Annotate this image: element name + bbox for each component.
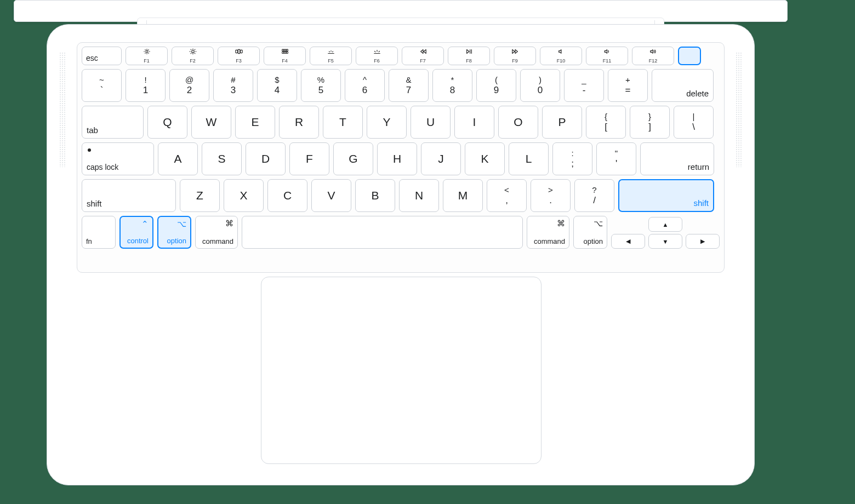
key-semicolon[interactable]: :; xyxy=(552,142,592,175)
svg-rect-7 xyxy=(286,49,288,51)
key-q[interactable]: Q xyxy=(147,106,187,139)
key-f1[interactable]: F1 xyxy=(126,47,168,65)
key-backtick[interactable]: ~` xyxy=(82,69,122,102)
key-g[interactable]: G xyxy=(333,142,373,175)
key-8[interactable]: *8 xyxy=(432,69,472,102)
key-o[interactable]: O xyxy=(498,106,538,139)
control-symbol-icon: ⌃ xyxy=(141,220,149,228)
key-f6[interactable]: F6 xyxy=(356,47,398,65)
key-u[interactable]: U xyxy=(411,106,451,139)
key-f2[interactable]: F2 xyxy=(172,47,214,65)
key-f9[interactable]: F9 xyxy=(494,47,536,65)
key-6[interactable]: ^6 xyxy=(345,69,385,102)
key-delete[interactable]: delete xyxy=(652,69,714,102)
key-arrow-down[interactable]: ▼ xyxy=(648,234,682,249)
key-arrow-left[interactable]: ◀ xyxy=(611,234,645,249)
laptop-diagram: esc F1 F2 F3 F4 xyxy=(47,0,754,493)
key-f7[interactable]: F7 xyxy=(402,47,444,65)
key-tab[interactable]: tab xyxy=(82,106,144,139)
key-space[interactable] xyxy=(242,216,523,249)
key-period[interactable]: >. xyxy=(531,179,571,212)
svg-rect-8 xyxy=(282,51,283,53)
key-i[interactable]: I xyxy=(454,106,494,139)
key-l[interactable]: L xyxy=(509,142,549,175)
row-bottom: fn ⌃control ⌥option ⌘command ⌘command ⌥o… xyxy=(82,216,720,249)
key-f8[interactable]: F8 xyxy=(448,47,490,65)
key-left-shift[interactable]: shift xyxy=(82,179,176,212)
key-n[interactable]: N xyxy=(399,179,439,212)
key-f[interactable]: F xyxy=(289,142,329,175)
key-x[interactable]: X xyxy=(224,179,264,212)
key-0[interactable]: )0 xyxy=(520,69,560,102)
command-symbol-icon: ⌘ xyxy=(557,219,565,227)
key-f11[interactable]: F11 xyxy=(586,47,628,65)
key-5[interactable]: %5 xyxy=(301,69,341,102)
key-right-bracket[interactable]: }] xyxy=(630,106,670,139)
key-f10[interactable]: F10 xyxy=(540,47,582,65)
forward-icon xyxy=(511,48,519,57)
svg-rect-2 xyxy=(235,50,237,53)
key-touch-id[interactable] xyxy=(678,47,701,65)
key-left-bracket[interactable]: {[ xyxy=(586,106,626,139)
key-right-command[interactable]: ⌘command xyxy=(527,216,569,249)
svg-rect-9 xyxy=(284,51,286,53)
key-minus[interactable]: _- xyxy=(564,69,604,102)
key-7[interactable]: &7 xyxy=(389,69,429,102)
key-comma[interactable]: <, xyxy=(487,179,527,212)
key-e[interactable]: E xyxy=(235,106,275,139)
keyboard: esc F1 F2 F3 F4 xyxy=(77,42,725,273)
key-arrow-right[interactable]: ▶ xyxy=(686,234,720,249)
f-label: F8 xyxy=(466,58,472,64)
caps-lock-indicator xyxy=(88,148,91,152)
key-arrow-up[interactable]: ▲ xyxy=(648,217,682,232)
speaker-grille-right xyxy=(736,52,742,167)
key-quote[interactable]: "' xyxy=(596,142,636,175)
brightness-up-icon xyxy=(189,48,197,57)
key-w[interactable]: W xyxy=(191,106,231,139)
key-right-option[interactable]: ⌥option xyxy=(573,216,607,249)
svg-point-1 xyxy=(191,50,194,53)
key-p[interactable]: P xyxy=(542,106,582,139)
key-1[interactable]: !1 xyxy=(126,69,166,102)
key-caps-lock[interactable]: caps lock xyxy=(82,142,154,175)
key-b[interactable]: B xyxy=(355,179,395,212)
key-f12[interactable]: F12 xyxy=(632,47,674,65)
key-escape[interactable]: esc xyxy=(82,47,122,65)
key-slash[interactable]: ?/ xyxy=(574,179,614,212)
key-h[interactable]: H xyxy=(377,142,417,175)
key-v[interactable]: V xyxy=(311,179,351,212)
launchpad-icon xyxy=(281,48,289,57)
key-r[interactable]: R xyxy=(279,106,319,139)
key-left-control[interactable]: ⌃control xyxy=(119,216,153,249)
key-2[interactable]: @2 xyxy=(169,69,209,102)
key-c[interactable]: C xyxy=(267,179,307,212)
kbd-brightness-down-icon xyxy=(327,48,335,57)
key-9[interactable]: (9 xyxy=(476,69,516,102)
key-4[interactable]: $4 xyxy=(257,69,297,102)
key-k[interactable]: K xyxy=(465,142,505,175)
key-3[interactable]: #3 xyxy=(213,69,253,102)
key-s[interactable]: S xyxy=(202,142,242,175)
key-y[interactable]: Y xyxy=(367,106,407,139)
key-f5[interactable]: F5 xyxy=(310,47,352,65)
key-m[interactable]: M xyxy=(443,179,483,212)
key-j[interactable]: J xyxy=(421,142,461,175)
key-right-shift[interactable]: shift xyxy=(618,179,714,212)
trackpad[interactable] xyxy=(261,277,542,464)
option-symbol-icon: ⌥ xyxy=(594,219,603,227)
key-d[interactable]: D xyxy=(246,142,286,175)
key-equals[interactable]: += xyxy=(608,69,648,102)
key-left-command[interactable]: ⌘command xyxy=(195,216,238,249)
key-a[interactable]: A xyxy=(158,142,198,175)
laptop-body: esc F1 F2 F3 F4 xyxy=(47,24,755,485)
key-z[interactable]: Z xyxy=(180,179,220,212)
key-return[interactable]: return xyxy=(640,142,714,175)
kbd-brightness-up-icon xyxy=(373,48,381,57)
key-backslash[interactable]: |\ xyxy=(674,106,714,139)
f-label: F7 xyxy=(420,58,426,64)
key-fn[interactable]: fn xyxy=(82,216,116,249)
key-f3[interactable]: F3 xyxy=(218,47,260,65)
key-t[interactable]: T xyxy=(323,106,363,139)
key-f4[interactable]: F4 xyxy=(264,47,306,65)
key-left-option[interactable]: ⌥option xyxy=(157,216,191,249)
